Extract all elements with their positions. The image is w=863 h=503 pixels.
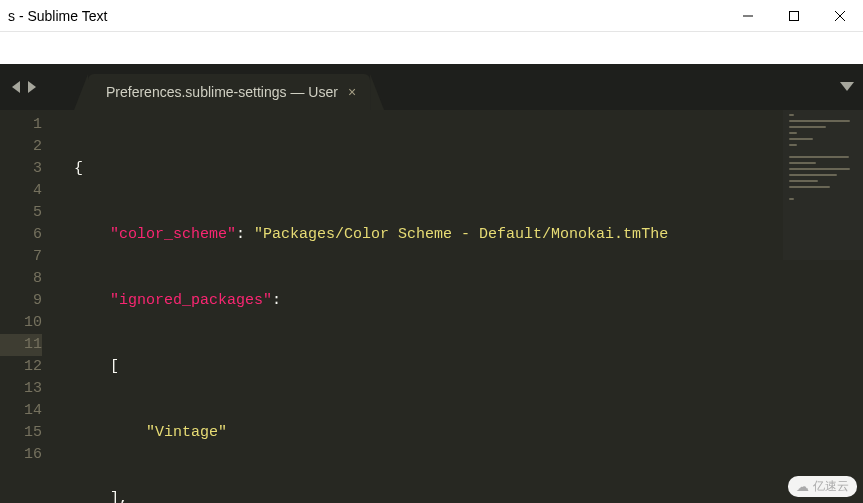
line-number: 8 — [0, 268, 42, 290]
editor-shell: Preferences.sublime-settings — User × 12… — [0, 64, 863, 503]
nav-arrows — [0, 64, 48, 110]
code-line: "color_scheme": "Packages/Color Scheme -… — [60, 224, 863, 246]
minimize-button[interactable] — [725, 0, 771, 32]
line-number: 10 — [0, 312, 42, 334]
line-number: 1 — [0, 114, 42, 136]
maximize-button[interactable] — [771, 0, 817, 32]
watermark-text: 亿速云 — [813, 478, 849, 495]
line-number-gutter: 12345678910111213141516 — [0, 110, 60, 503]
watermark-badge: ☁ 亿速云 — [788, 476, 857, 497]
line-number: 14 — [0, 400, 42, 422]
line-number: 7 — [0, 246, 42, 268]
line-number: 5 — [0, 202, 42, 224]
code-area[interactable]: { "color_scheme": "Packages/Color Scheme… — [60, 110, 863, 503]
window-titlebar: s - Sublime Text — [0, 0, 863, 32]
window-title: s - Sublime Text — [0, 8, 725, 24]
tab-preferences[interactable]: Preferences.sublime-settings — User × — [88, 74, 370, 110]
line-number: 15 — [0, 422, 42, 444]
line-number: 12 — [0, 356, 42, 378]
line-number: 16 — [0, 444, 42, 466]
line-number: 9 — [0, 290, 42, 312]
code-line: "Vintage" — [60, 422, 863, 444]
line-number: 3 — [0, 158, 42, 180]
svg-marker-6 — [840, 82, 854, 91]
tab-overflow-button[interactable] — [831, 64, 863, 110]
svg-rect-1 — [790, 11, 799, 20]
minimap[interactable] — [783, 110, 863, 260]
code-line: { — [60, 158, 863, 180]
nav-back-button[interactable] — [10, 76, 24, 98]
code-line: "ignored_packages": — [60, 290, 863, 312]
svg-line-2 — [835, 11, 845, 21]
line-number: 4 — [0, 180, 42, 202]
line-number: 2 — [0, 136, 42, 158]
editor-body[interactable]: 12345678910111213141516 { "color_scheme"… — [0, 110, 863, 503]
code-line: ], — [60, 488, 863, 503]
titlebar-gap — [0, 32, 863, 64]
tab-bar: Preferences.sublime-settings — User × — [0, 64, 863, 110]
tab-label: Preferences.sublime-settings — User — [106, 84, 338, 100]
line-number: 6 — [0, 224, 42, 246]
code-line: [ — [60, 356, 863, 378]
cloud-icon: ☁ — [796, 479, 809, 494]
line-number: 13 — [0, 378, 42, 400]
svg-marker-4 — [12, 81, 20, 93]
nav-forward-button[interactable] — [24, 76, 38, 98]
line-number: 11 — [0, 334, 42, 356]
close-button[interactable] — [817, 0, 863, 32]
svg-marker-5 — [28, 81, 36, 93]
svg-line-3 — [835, 11, 845, 21]
tab-close-icon[interactable]: × — [348, 84, 356, 100]
